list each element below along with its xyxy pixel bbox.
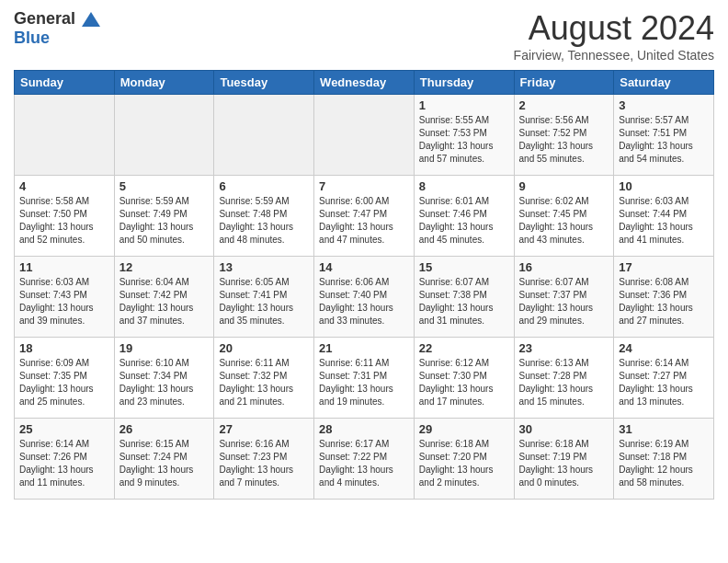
calendar-cell: 25Sunrise: 6:14 AM Sunset: 7:26 PM Dayli… xyxy=(15,419,115,500)
day-info: Sunrise: 6:08 AM Sunset: 7:36 PM Dayligh… xyxy=(619,276,709,327)
day-number: 9 xyxy=(519,179,609,193)
logo-text: General xyxy=(14,9,100,29)
day-number: 27 xyxy=(219,422,309,436)
day-info: Sunrise: 5:56 AM Sunset: 7:52 PM Dayligh… xyxy=(519,114,609,166)
day-number: 2 xyxy=(519,98,609,112)
calendar-cell: 27Sunrise: 6:16 AM Sunset: 7:23 PM Dayli… xyxy=(214,419,314,500)
day-info: Sunrise: 6:04 AM Sunset: 7:42 PM Dayligh… xyxy=(119,276,210,327)
day-number: 14 xyxy=(319,260,409,274)
calendar-cell: 13Sunrise: 6:05 AM Sunset: 7:41 PM Dayli… xyxy=(214,257,314,338)
page-container: General Blue August 2024 Fairview, Tenne… xyxy=(0,0,728,509)
week-row-5: 25Sunrise: 6:14 AM Sunset: 7:26 PM Dayli… xyxy=(15,419,714,500)
day-number: 1 xyxy=(419,98,509,112)
day-number: 29 xyxy=(419,422,509,436)
calendar-cell: 7Sunrise: 6:00 AM Sunset: 7:47 PM Daylig… xyxy=(314,176,415,257)
day-info: Sunrise: 6:15 AM Sunset: 7:24 PM Dayligh… xyxy=(119,438,210,489)
week-row-3: 11Sunrise: 6:03 AM Sunset: 7:43 PM Dayli… xyxy=(15,257,714,338)
day-number: 7 xyxy=(319,179,409,193)
day-info: Sunrise: 6:02 AM Sunset: 7:45 PM Dayligh… xyxy=(519,195,609,247)
month-title: August 2024 xyxy=(514,9,714,48)
day-number: 13 xyxy=(219,260,309,274)
weekday-header-row: SundayMondayTuesdayWednesdayThursdayFrid… xyxy=(15,71,714,95)
title-block: August 2024 Fairview, Tennessee, United … xyxy=(514,9,714,63)
calendar-cell: 29Sunrise: 6:18 AM Sunset: 7:20 PM Dayli… xyxy=(414,419,514,500)
day-number: 15 xyxy=(419,260,509,274)
day-number: 21 xyxy=(319,341,409,355)
calendar-cell: 16Sunrise: 6:07 AM Sunset: 7:37 PM Dayli… xyxy=(514,257,614,338)
calendar-cell: 12Sunrise: 6:04 AM Sunset: 7:42 PM Dayli… xyxy=(114,257,214,338)
day-info: Sunrise: 6:09 AM Sunset: 7:35 PM Dayligh… xyxy=(19,357,109,408)
week-row-1: 1Sunrise: 5:55 AM Sunset: 7:53 PM Daylig… xyxy=(15,95,714,176)
calendar-cell: 19Sunrise: 6:10 AM Sunset: 7:34 PM Dayli… xyxy=(114,338,214,419)
day-number: 22 xyxy=(419,341,509,355)
week-row-4: 18Sunrise: 6:09 AM Sunset: 7:35 PM Dayli… xyxy=(15,338,714,419)
day-info: Sunrise: 5:59 AM Sunset: 7:48 PM Dayligh… xyxy=(219,195,309,247)
calendar-cell: 24Sunrise: 6:14 AM Sunset: 7:27 PM Dayli… xyxy=(614,338,714,419)
week-row-2: 4Sunrise: 5:58 AM Sunset: 7:50 PM Daylig… xyxy=(15,176,714,257)
calendar-cell: 31Sunrise: 6:19 AM Sunset: 7:18 PM Dayli… xyxy=(614,419,714,500)
day-info: Sunrise: 6:18 AM Sunset: 7:20 PM Dayligh… xyxy=(419,438,509,489)
calendar-cell: 4Sunrise: 5:58 AM Sunset: 7:50 PM Daylig… xyxy=(15,176,115,257)
day-info: Sunrise: 6:01 AM Sunset: 7:46 PM Dayligh… xyxy=(419,195,509,247)
day-number: 4 xyxy=(19,179,109,193)
calendar-cell: 8Sunrise: 6:01 AM Sunset: 7:46 PM Daylig… xyxy=(414,176,514,257)
calendar-cell: 6Sunrise: 5:59 AM Sunset: 7:48 PM Daylig… xyxy=(214,176,314,257)
calendar-cell xyxy=(114,95,214,176)
calendar-cell: 17Sunrise: 6:08 AM Sunset: 7:36 PM Dayli… xyxy=(614,257,714,338)
day-number: 25 xyxy=(19,422,109,436)
calendar-cell: 26Sunrise: 6:15 AM Sunset: 7:24 PM Dayli… xyxy=(114,419,214,500)
day-info: Sunrise: 6:07 AM Sunset: 7:38 PM Dayligh… xyxy=(419,276,509,327)
day-info: Sunrise: 6:03 AM Sunset: 7:43 PM Dayligh… xyxy=(19,276,109,327)
calendar-cell xyxy=(314,95,415,176)
logo-content: General Blue xyxy=(14,9,100,47)
svg-marker-0 xyxy=(82,12,100,27)
day-info: Sunrise: 6:16 AM Sunset: 7:23 PM Dayligh… xyxy=(219,438,309,489)
calendar-cell: 3Sunrise: 5:57 AM Sunset: 7:51 PM Daylig… xyxy=(614,95,714,176)
day-info: Sunrise: 6:06 AM Sunset: 7:40 PM Dayligh… xyxy=(319,276,409,327)
day-number: 8 xyxy=(419,179,509,193)
calendar-cell: 5Sunrise: 5:59 AM Sunset: 7:49 PM Daylig… xyxy=(114,176,214,257)
calendar-cell: 30Sunrise: 6:18 AM Sunset: 7:19 PM Dayli… xyxy=(514,419,614,500)
calendar-cell: 18Sunrise: 6:09 AM Sunset: 7:35 PM Dayli… xyxy=(15,338,115,419)
weekday-sunday: Sunday xyxy=(15,71,115,95)
day-number: 5 xyxy=(119,179,210,193)
calendar-cell: 11Sunrise: 6:03 AM Sunset: 7:43 PM Dayli… xyxy=(15,257,115,338)
calendar-cell: 14Sunrise: 6:06 AM Sunset: 7:40 PM Dayli… xyxy=(314,257,415,338)
weekday-wednesday: Wednesday xyxy=(314,71,415,95)
day-info: Sunrise: 6:14 AM Sunset: 7:26 PM Dayligh… xyxy=(19,438,109,489)
day-number: 26 xyxy=(119,422,210,436)
day-number: 17 xyxy=(619,260,709,274)
header: General Blue August 2024 Fairview, Tenne… xyxy=(14,9,714,63)
calendar-cell: 2Sunrise: 5:56 AM Sunset: 7:52 PM Daylig… xyxy=(514,95,614,176)
day-info: Sunrise: 6:05 AM Sunset: 7:41 PM Dayligh… xyxy=(219,276,309,327)
day-info: Sunrise: 5:55 AM Sunset: 7:53 PM Dayligh… xyxy=(419,114,509,166)
day-number: 6 xyxy=(219,179,309,193)
logo-blue: Blue xyxy=(14,29,100,48)
day-number: 18 xyxy=(19,341,109,355)
calendar-cell: 21Sunrise: 6:11 AM Sunset: 7:31 PM Dayli… xyxy=(314,338,415,419)
day-number: 20 xyxy=(219,341,309,355)
day-number: 23 xyxy=(519,341,609,355)
logo: General Blue xyxy=(14,9,100,47)
day-number: 24 xyxy=(619,341,709,355)
day-info: Sunrise: 6:03 AM Sunset: 7:44 PM Dayligh… xyxy=(619,195,709,247)
day-number: 10 xyxy=(619,179,709,193)
day-info: Sunrise: 6:17 AM Sunset: 7:22 PM Dayligh… xyxy=(319,438,409,489)
day-number: 28 xyxy=(319,422,409,436)
day-info: Sunrise: 6:10 AM Sunset: 7:34 PM Dayligh… xyxy=(119,357,210,408)
weekday-monday: Monday xyxy=(114,71,214,95)
calendar-cell: 23Sunrise: 6:13 AM Sunset: 7:28 PM Dayli… xyxy=(514,338,614,419)
calendar-cell: 15Sunrise: 6:07 AM Sunset: 7:38 PM Dayli… xyxy=(414,257,514,338)
calendar-cell: 10Sunrise: 6:03 AM Sunset: 7:44 PM Dayli… xyxy=(614,176,714,257)
calendar-cell: 28Sunrise: 6:17 AM Sunset: 7:22 PM Dayli… xyxy=(314,419,415,500)
weekday-friday: Friday xyxy=(514,71,614,95)
day-info: Sunrise: 6:00 AM Sunset: 7:47 PM Dayligh… xyxy=(319,195,409,247)
day-info: Sunrise: 6:18 AM Sunset: 7:19 PM Dayligh… xyxy=(519,438,609,489)
day-info: Sunrise: 6:11 AM Sunset: 7:32 PM Dayligh… xyxy=(219,357,309,408)
calendar-cell: 22Sunrise: 6:12 AM Sunset: 7:30 PM Dayli… xyxy=(414,338,514,419)
day-number: 3 xyxy=(619,98,709,112)
calendar-cell: 20Sunrise: 6:11 AM Sunset: 7:32 PM Dayli… xyxy=(214,338,314,419)
weekday-tuesday: Tuesday xyxy=(214,71,314,95)
day-number: 12 xyxy=(119,260,210,274)
day-number: 11 xyxy=(19,260,109,274)
